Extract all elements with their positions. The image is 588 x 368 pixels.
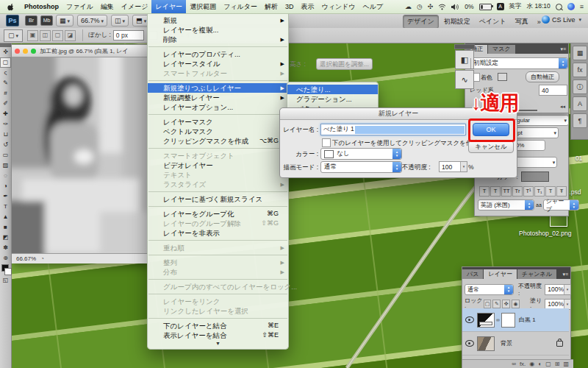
tint-swatch[interactable] (498, 73, 507, 81)
menu-item-layer-mask[interactable]: レイヤーマスク▶ (148, 117, 288, 127)
menubar-item-10[interactable]: ウィンドウ (318, 0, 359, 13)
antialias-dropdown[interactable]: シャープ▴▾ (543, 199, 579, 210)
pen-tool[interactable]: ✒ (0, 191, 11, 202)
character-panel-icon[interactable]: A (573, 96, 587, 111)
notification-center-icon[interactable]: ≡ (580, 0, 584, 13)
brush-tool[interactable]: ✑ (0, 119, 11, 130)
menubar-item-4[interactable]: レイヤー (151, 0, 186, 13)
new-selection-icon[interactable]: ▣ (27, 30, 38, 41)
swatches-panel-icon[interactable]: ▦ (573, 46, 587, 60)
layer-row-bw1[interactable]: ∞ 白黒 1 (462, 308, 569, 332)
text-style-button-4[interactable]: T¹ (523, 186, 534, 197)
text-style-button-7[interactable]: Ŧ (556, 186, 567, 197)
text-style-button-2[interactable]: TT (501, 186, 512, 197)
text-style-button-6[interactable]: T (545, 186, 556, 197)
close-button[interactable] (15, 49, 20, 54)
menu-item-link-layers[interactable]: レイヤーをリンク (148, 297, 288, 306)
menubar-item-8[interactable]: 3D (282, 0, 298, 13)
menu-item-new-fill-layer[interactable]: 新規塗りつぶしレイヤー▶ (148, 83, 288, 93)
hand-tool[interactable]: ✽ (0, 243, 11, 253)
time-machine-icon[interactable]: ◷ (417, 0, 423, 13)
dodge-tool[interactable]: ◑ (0, 181, 11, 191)
info-panel-icon[interactable]: ⓘ (573, 79, 587, 94)
menubar-item-6[interactable]: フィルター (220, 0, 261, 13)
menubar-item-7[interactable]: 解析 (261, 0, 282, 13)
workspace-button-3[interactable]: 写真 (512, 15, 532, 28)
clone-stamp-tool[interactable]: ⊔ (0, 130, 11, 140)
layer-mask-thumbnail[interactable] (501, 313, 515, 328)
minimize-button[interactable] (23, 49, 28, 54)
menubar-clock[interactable]: 水 18:10 (527, 2, 551, 11)
eyedropper-tool[interactable]: ✐ (0, 99, 11, 109)
visibility-eye-icon[interactable] (465, 340, 474, 347)
layer-row-background[interactable]: 背景 (462, 332, 569, 355)
tab-0[interactable]: パス (462, 269, 483, 279)
view-extras-button[interactable]: ▦▾ (56, 15, 74, 26)
keyboard-brightness-icon[interactable]: ✣ (428, 0, 434, 13)
menubar-item-5[interactable]: 選択範囲 (186, 0, 220, 13)
text-style-button-1[interactable]: T (490, 186, 501, 197)
workspace-button-2[interactable]: ペイント (476, 15, 510, 28)
eraser-tool[interactable]: ▭ (0, 150, 11, 160)
bridge-icon[interactable]: Br (25, 15, 37, 26)
current-tool-icon[interactable]: ▢▾ (4, 29, 23, 42)
apple-logo-icon[interactable] (7, 3, 15, 11)
panel-menu-icon[interactable]: ▾≡ (560, 45, 568, 54)
cancel-button[interactable]: キャンセル (468, 141, 514, 153)
lock-pixels-icon[interactable]: ✎ (492, 300, 501, 308)
zoom-tool[interactable]: ⊕ (0, 253, 11, 263)
menubar-item-11[interactable]: ヘルプ (359, 0, 387, 13)
zoom-level-button[interactable]: 66.7%▾ (77, 15, 107, 26)
tab-masks[interactable]: マスク (488, 45, 515, 54)
add-mask-icon[interactable]: ◉ (529, 360, 534, 368)
document-zoom-level[interactable]: 66.67% (16, 254, 36, 263)
layer-name[interactable]: 白黒 1 (519, 316, 536, 324)
menu-item-hide-layers[interactable]: レイヤーを非表示 (148, 228, 288, 238)
type-tool[interactable]: T (0, 202, 11, 212)
layer-opacity-input[interactable]: 100%▾ (545, 284, 571, 295)
gradient-tool[interactable]: ▨ (0, 160, 11, 171)
spotlight-icon[interactable] (556, 4, 562, 10)
battery-icon[interactable] (479, 4, 492, 10)
clipping-mask-checkbox[interactable] (322, 138, 331, 147)
feather-input[interactable]: 0 px (113, 30, 144, 40)
menu-item-merge-down[interactable]: 下のレイヤーと結合⌘E (148, 321, 288, 330)
text-style-button-3[interactable]: Tr (512, 186, 523, 197)
panel-footer-icons[interactable]: ◂◂ (560, 104, 565, 110)
document-canvas[interactable] (12, 57, 148, 253)
bw-preset-dropdown[interactable]: 初期設定 ▴▾ (470, 57, 568, 69)
layer-name[interactable]: 背景 (501, 339, 512, 347)
intersect-selection-icon[interactable]: ◪ (65, 30, 76, 41)
menu-item-new[interactable]: 新規▶ (148, 15, 288, 25)
menubar-item-0[interactable]: Photoshop (21, 0, 62, 13)
menu-scroll-down-icon[interactable]: ▼ (148, 340, 288, 349)
menu-item-create-clipping-mask[interactable]: クリッピングマスクを作成⌥⌘G (148, 136, 288, 146)
lasso-tool[interactable]: ς (0, 68, 11, 78)
menu-item-new-adjustment-layer[interactable]: 新規調整レイヤー▶ (148, 93, 288, 102)
rectangular-marquee-tool[interactable]: ▢ (0, 57, 11, 68)
link-layers-icon[interactable]: ∞ (512, 360, 516, 368)
background-color-swatch[interactable] (4, 268, 12, 275)
icloud-icon[interactable]: ☁ (405, 0, 412, 13)
status-info-icon[interactable]: ◔ (40, 254, 44, 263)
menu-item-vector-mask[interactable]: ベクトルマスク▶ (148, 127, 288, 136)
paragraph-panel-icon[interactable]: ¶ (573, 113, 587, 128)
menu-item-select-linked-layers[interactable]: リンクしたレイヤーを選択 (148, 306, 288, 316)
language-dropdown[interactable]: 英語 (米国)▴▾ (478, 199, 534, 210)
text-style-button-0[interactable]: T (479, 186, 490, 197)
panel-grip[interactable] (454, 44, 475, 49)
menu-item-layer-options[interactable]: レイヤーオプション... (148, 102, 288, 112)
layer-style-icon[interactable]: fx. (520, 360, 526, 368)
menubar-item-9[interactable]: 表示 (297, 0, 318, 13)
tab-1[interactable]: レイヤー (484, 269, 517, 279)
submenu-item-solid-color[interactable]: べた塗り... (287, 85, 378, 94)
menubar-item-2[interactable]: 編集 (97, 0, 118, 13)
crop-tool[interactable]: # (0, 88, 11, 99)
menu-item-merge-visible[interactable]: 表示レイヤーを結合⇧⌘E (148, 330, 288, 340)
bw-adjustment-thumbnail[interactable] (477, 313, 495, 328)
cs-live-button[interactable]: CS Live▾ (542, 15, 581, 24)
quick-selection-tool[interactable]: ✎ (0, 78, 11, 88)
menu-item-smart-filter[interactable]: スマートフィルター▶ (148, 68, 288, 78)
menu-item-arrange[interactable]: 重ね順▶ (148, 243, 288, 252)
color-swatches[interactable] (0, 263, 11, 275)
